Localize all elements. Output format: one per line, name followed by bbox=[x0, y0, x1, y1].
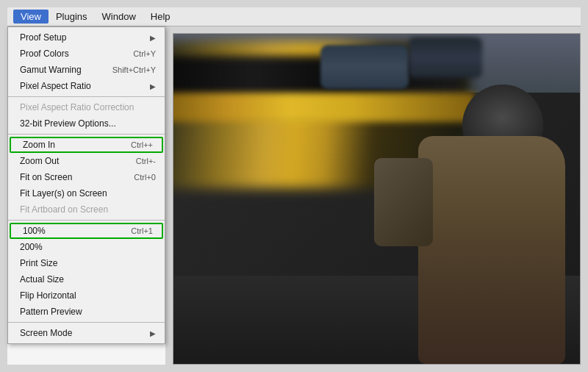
menu-bar: View Plugins Window Help bbox=[7, 7, 581, 26]
separator-4 bbox=[8, 322, 165, 323]
separator-2 bbox=[8, 134, 165, 135]
menu-entry-fit-artboard: Fit Artboard on Screen bbox=[8, 201, 165, 218]
car1 bbox=[320, 45, 409, 89]
photo-area bbox=[173, 33, 581, 365]
zoom-out-shortcut: Ctrl+- bbox=[136, 157, 156, 165]
print-size-label: Print Size bbox=[20, 258, 57, 268]
zoom-out-label: Zoom Out bbox=[20, 156, 59, 166]
person-silhouette bbox=[404, 85, 565, 364]
menu-entry-pixel-aspect-ratio[interactable]: Pixel Aspect Ratio ▶ bbox=[8, 78, 165, 94]
pixel-aspect-ratio-arrow: ▶ bbox=[150, 82, 156, 90]
menu-view[interactable]: View bbox=[13, 10, 49, 24]
app-container: View Plugins Window Help Proof Setup ▶ P… bbox=[0, 0, 588, 372]
menu-entry-zoom-in[interactable]: Zoom In Ctrl++ bbox=[10, 137, 163, 153]
200pct-label: 200% bbox=[20, 242, 43, 252]
proof-colors-shortcut: Ctrl+Y bbox=[133, 49, 156, 58]
menu-entry-pixel-aspect-ratio-correction: Pixel Aspect Ratio Correction bbox=[8, 99, 165, 115]
menu-entry-actual-size[interactable]: Actual Size bbox=[8, 271, 165, 287]
menu-entry-flip-horizontal[interactable]: Flip Horizontal bbox=[8, 287, 165, 304]
proof-setup-arrow: ▶ bbox=[150, 34, 156, 42]
separator-1 bbox=[8, 96, 165, 97]
pixel-aspect-ratio-correction-label: Pixel Aspect Ratio Correction bbox=[20, 102, 134, 112]
menu-window[interactable]: Window bbox=[95, 10, 143, 24]
backpack bbox=[374, 158, 433, 246]
menu-entry-proof-colors[interactable]: Proof Colors Ctrl+Y bbox=[8, 46, 165, 62]
flip-horizontal-label: Flip Horizontal bbox=[20, 290, 76, 301]
gamut-warning-label: Gamut Warning bbox=[20, 65, 82, 75]
zoom-in-label: Zoom In bbox=[23, 140, 55, 150]
dropdown-menu: Proof Setup ▶ Proof Colors Ctrl+Y Gamut … bbox=[7, 26, 165, 344]
menu-help[interactable]: Help bbox=[143, 10, 178, 24]
menu-entry-print-size[interactable]: Print Size bbox=[8, 255, 165, 271]
menu-entry-proof-setup[interactable]: Proof Setup ▶ bbox=[8, 29, 165, 46]
menu-entry-fit-layers[interactable]: Fit Layer(s) on Screen bbox=[8, 185, 165, 201]
fit-on-screen-shortcut: Ctrl+0 bbox=[134, 173, 156, 182]
menu-entry-pattern-preview[interactable]: Pattern Preview bbox=[8, 304, 165, 320]
100pct-label: 100% bbox=[23, 226, 46, 236]
person-body bbox=[418, 136, 565, 364]
menu-entry-200pct[interactable]: 200% bbox=[8, 239, 165, 255]
proof-setup-label: Proof Setup bbox=[20, 32, 66, 43]
fit-on-screen-label: Fit on Screen bbox=[20, 172, 72, 182]
32bit-preview-label: 32-bit Preview Options... bbox=[20, 118, 116, 129]
menu-entry-gamut-warning[interactable]: Gamut Warning Shift+Ctrl+Y bbox=[8, 62, 165, 78]
zoom-in-shortcut: Ctrl++ bbox=[131, 140, 153, 149]
100pct-shortcut: Ctrl+1 bbox=[131, 226, 153, 235]
fit-layers-label: Fit Layer(s) on Screen bbox=[20, 188, 107, 198]
gamut-warning-shortcut: Shift+Ctrl+Y bbox=[112, 65, 156, 74]
pattern-preview-label: Pattern Preview bbox=[20, 307, 82, 317]
fit-artboard-label: Fit Artboard on Screen bbox=[20, 204, 108, 215]
separator-3 bbox=[8, 220, 165, 221]
actual-size-label: Actual Size bbox=[20, 274, 64, 285]
proof-colors-label: Proof Colors bbox=[20, 49, 69, 59]
menu-entry-zoom-out[interactable]: Zoom Out Ctrl+- bbox=[8, 153, 165, 169]
pixel-aspect-ratio-label: Pixel Aspect Ratio bbox=[20, 81, 91, 91]
menu-plugins[interactable]: Plugins bbox=[49, 10, 95, 24]
menu-entry-fit-on-screen[interactable]: Fit on Screen Ctrl+0 bbox=[8, 169, 165, 185]
car2 bbox=[409, 37, 482, 78]
photo-canvas bbox=[173, 34, 580, 364]
menu-entry-screen-mode[interactable]: Screen Mode ▶ bbox=[8, 325, 165, 341]
menu-entry-32bit-preview[interactable]: 32-bit Preview Options... bbox=[8, 115, 165, 132]
screen-mode-arrow: ▶ bbox=[150, 329, 156, 337]
screen-mode-label: Screen Mode bbox=[20, 328, 72, 338]
menu-entry-100pct[interactable]: 100% Ctrl+1 bbox=[10, 223, 163, 239]
